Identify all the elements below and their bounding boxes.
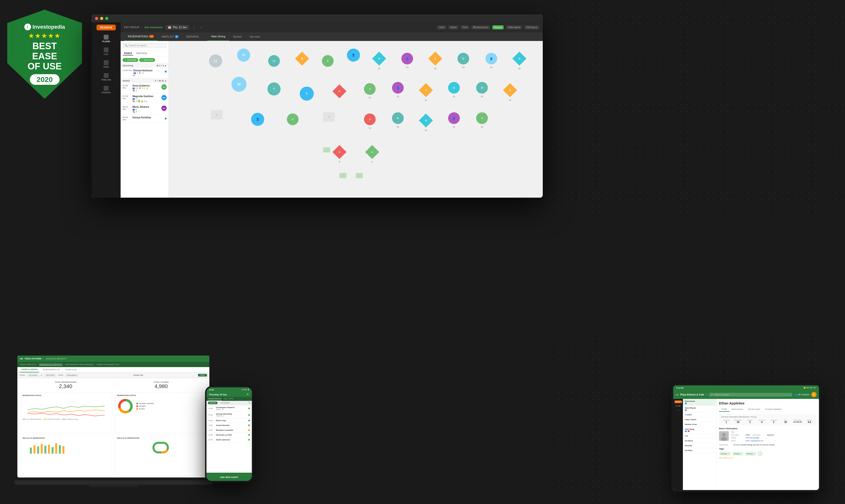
reserve-button[interactable]: RESERVE [97, 24, 116, 30]
phone-search-icon[interactable]: 🔍 [247, 393, 249, 396]
reservation-item-magnolia[interactable]: 07:45PM Magnolia Gardiner 👥 11 🔖 ♦ 🌿 🔒 ♥… [121, 93, 169, 104]
subtab-reservations-list[interactable]: RESERVATIONS LIST [41, 367, 61, 372]
floor-tab-main-dining[interactable]: Main Dining [207, 32, 229, 41]
next-date-button[interactable]: › [199, 25, 203, 30]
maximize-button[interactable] [105, 17, 108, 20]
tablet-guest-item-10[interactable]: uis Dyer [683, 448, 717, 453]
filter-seated[interactable]: Seated [123, 51, 133, 55]
close-button[interactable] [95, 17, 98, 20]
phone-guest-name-2: George McCarthy [216, 413, 247, 415]
phone-item-4[interactable]: 10:40 Jessie Beardst [206, 423, 252, 428]
minimize-button[interactable] [100, 17, 103, 20]
svg-text:11: 11 [406, 66, 409, 69]
tablet-guest-item-9[interactable]: Dorman [683, 443, 717, 448]
tablet-profile-tabs: Profile Reservations Life time value Pos… [719, 407, 816, 412]
tablet-add-button[interactable]: + [811, 392, 816, 397]
floor-tab-terrace[interactable]: Terrace [229, 32, 246, 41]
phone-item-2[interactable]: 10:40 George McCarthy Tables: 54 [206, 412, 252, 418]
tablet-guest-item-2[interactable]: Kara Rhyme 👥 [683, 406, 717, 412]
tag-remove-icon[interactable]: ✕ [728, 453, 729, 455]
tag-birthday-2[interactable]: Birthday ✕ [732, 451, 744, 456]
from-date[interactable]: 12/11/2019 [27, 374, 39, 377]
tablet-guest-item-7[interactable]: n D [683, 434, 717, 438]
phone-item-7[interactable]: 10:40 Sarah Jameson [206, 437, 252, 442]
to-date[interactable]: 13/11/2019 [44, 374, 56, 377]
add-tag-button[interactable]: + [758, 451, 762, 456]
tag-birthday-1[interactable]: Birthday ✕ [719, 451, 731, 456]
phone-item-5[interactable]: 10:40 Brandon Leonardo [206, 428, 252, 433]
edit-layout-button[interactable]: Edit layout [524, 25, 539, 30]
svg-text:2: 2 [372, 160, 373, 163]
tab-guest-reports[interactable]: GUEST REPORTS [20, 363, 36, 366]
floor-tab-vip[interactable]: Vip room [246, 32, 264, 41]
tag-remove-icon-2[interactable]: ✕ [741, 453, 742, 455]
table-labels-button[interactable]: Table labels [505, 25, 522, 30]
tab-servers[interactable]: SERVERS [183, 32, 203, 41]
tab-reservation-reports[interactable]: RESERVATION REPORTS [39, 363, 63, 366]
sidebar-item-grid[interactable]: GRID [92, 58, 121, 70]
search-button[interactable]: Search [492, 25, 504, 30]
reservation-item-dorinel[interactable]: 11:00 PM Dorinel Atchison 👥 4 🪑 22 ♥ [121, 68, 169, 78]
tablet-guest-item-5[interactable]: Gaston Crow [683, 422, 717, 427]
search-input-field[interactable]: 🔍 Search for guest [123, 43, 167, 48]
profile-tab-lifetime-value[interactable]: Life time value [745, 407, 763, 412]
subtab-charts[interactable]: CHARTS & GRAPHS [20, 367, 39, 372]
tablet-sidebar-list[interactable]: LIST [673, 409, 683, 412]
phone-filter-seated[interactable]: SEATED [208, 401, 218, 404]
tablet-search-bar[interactable]: 🔍 Search for guest [709, 393, 792, 396]
tablet-guest-item-3[interactable]: n Court [683, 412, 717, 417]
add-new-guest-button[interactable]: ADD NEW GUEST [220, 476, 239, 479]
tab-reservations[interactable]: RESERVATIONS 11 [124, 32, 158, 41]
badge-stars: ★★★★★ [28, 32, 61, 40]
res-time: 11:00 PM [123, 69, 132, 72]
tablet-guest-item-8[interactable]: ys Darcy [683, 438, 717, 443]
reservation-item-soraya[interactable]: 08:45PM Soraya Keishley [121, 115, 169, 123]
reservation-item-anna[interactable]: 07:00PM Anna Gutiérrez 👥 10 🪑 5.4 ⭐ 🔖 ♦ … [121, 83, 169, 93]
sidebar-item-floor[interactable]: FLOOR [92, 33, 121, 44]
prev-date-button[interactable]: ‹ [192, 25, 196, 30]
subtab-cover-flow[interactable]: COVER FLOW [64, 367, 78, 372]
tablet-guest-item-4[interactable]: isley Cramer [683, 417, 717, 422]
remove-window-tag[interactable]: ✕ [732, 457, 734, 459]
contacts-count: 28 Contacts [798, 393, 809, 396]
profile-tab-profile[interactable]: Profile [719, 407, 729, 412]
reservation-item-maria[interactable]: 08:15PM Maria Jehanne 👥 8 🔖 ♥ MJ [121, 104, 169, 115]
sidebar-item-timeline[interactable]: TIMELINE [92, 71, 121, 83]
tablet-guest-item-1[interactable]: Kara Hume 👥 [683, 399, 717, 406]
phone-device: 10:48 ▲ WiFi 🔋 Thursday, 26 Sep 🔍 RESERV… [205, 386, 253, 482]
nav-tabs-bar: RESERVATIONS 11 WAITLIST 0 SERVERS Main … [121, 32, 543, 41]
profile-tab-duplicates[interactable]: Possible duplicates [763, 407, 784, 412]
restaurant-label[interactable]: Eat restaurant [145, 26, 162, 29]
phone-item-1[interactable]: 10:40 Christopher Roberts Tables: 34 [206, 405, 252, 412]
date-picker[interactable]: 📅 Thu, 13 Jan [166, 25, 189, 30]
tablet-reserve-button[interactable]: RESERVE [674, 400, 682, 403]
tag-starttime[interactable]: ✓ Start time [139, 58, 155, 62]
phone-filter-upcoming[interactable]: UPCOMING [219, 401, 231, 404]
phone-item-6[interactable]: 10:40 Henrietta Le Petit [206, 433, 252, 437]
tablet-guest-item-6[interactable]: ison Dang 👥 🔴 [683, 427, 717, 434]
content-split-area: 🔍 Search for guest Seated Upcoming ✓ Lif… [121, 41, 543, 198]
notes-button[interactable]: Notes [448, 25, 459, 30]
tag-lifecycle[interactable]: ✓ Life-cycle [123, 58, 138, 62]
filter-upcoming[interactable]: Upcoming [135, 51, 148, 55]
tab-waitlist[interactable]: WAITLIST 0 [158, 32, 182, 41]
print-button[interactable]: PRINT [198, 374, 207, 377]
svg-text:$: $ [425, 88, 427, 92]
phone-item-3[interactable]: 10:40 Evan Long [206, 418, 252, 423]
sidebar-item-orders[interactable]: ORDERS [92, 84, 121, 96]
tag-remove-icon-3[interactable]: ✕ [754, 453, 755, 455]
tag-birthday-3[interactable]: Birthday ✕ [745, 451, 757, 456]
phone-tab-reservations[interactable]: RESERVATIONS [208, 397, 222, 401]
chart-legend: 154 (70%) Materialised 66 (30%) Cancelle… [22, 418, 110, 420]
clear-button[interactable]: Clear [437, 25, 447, 30]
phone-search-small[interactable]: 🔍 [248, 401, 251, 404]
tab-restaurant-performance[interactable]: RESTAURANT PERFORMANCE [65, 363, 94, 366]
show-filter[interactable]: Reservations [65, 374, 79, 377]
profile-tab-reservations[interactable]: Reservations [729, 407, 746, 412]
blocked-hours-button[interactable]: Blocked hours [471, 25, 490, 30]
print-button[interactable]: Print [461, 25, 469, 30]
sidebar-item-list[interactable]: LIST [92, 46, 121, 57]
tablet-sidebar-floor[interactable]: FLOOR [673, 404, 683, 408]
tab-predictive-analytics[interactable]: PREDICTIVE ANALYTICS [97, 363, 119, 366]
phone-tab-daily-note[interactable]: DAILY NOTE [223, 397, 234, 401]
